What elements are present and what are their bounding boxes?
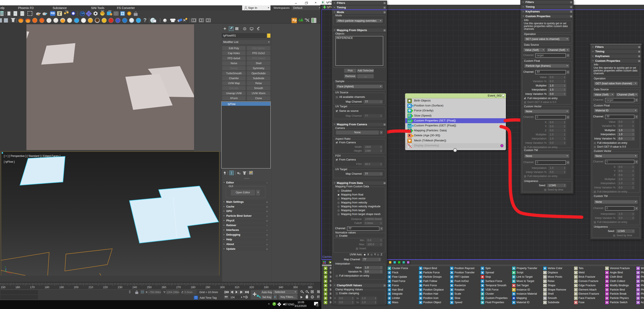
svg-text:x: x bbox=[11, 272, 12, 275]
svg-text:Y: Y bbox=[5, 266, 6, 268]
